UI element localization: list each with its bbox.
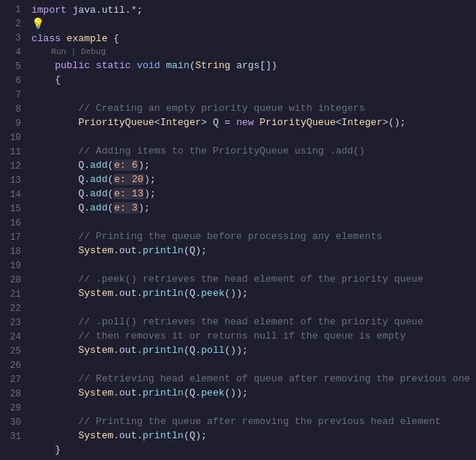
- debug-link[interactable]: Debug: [81, 47, 106, 56]
- line-num-22: 22: [0, 302, 28, 316]
- code-line-29: // Printing the queue after removing the…: [28, 414, 476, 429]
- line-num-3: 3: [0, 31, 28, 46]
- code-line-10: // Adding items to the PriorityQueue usi…: [28, 144, 476, 158]
- code-line-32: }: [28, 457, 476, 460]
- code-line-11: Q.add(e: 6);: [28, 158, 476, 172]
- line-num-9: 9: [0, 117, 28, 131]
- code-content: import java.util.*; 💡 class example { Ru…: [28, 0, 476, 460]
- line-num-19: 19: [0, 259, 28, 273]
- line-num-16: 16: [0, 217, 28, 231]
- run-link[interactable]: Run: [51, 47, 66, 56]
- code-line-7: // Creating an empty priority queue with…: [28, 101, 476, 115]
- code-line-5: {: [28, 73, 476, 87]
- line-num-28: 28: [0, 387, 28, 402]
- line-num-24: 24: [0, 330, 28, 345]
- code-line-3: class example {: [28, 31, 476, 46]
- code-line-21: [28, 300, 476, 315]
- line-num-30: 30: [0, 416, 28, 430]
- line-num-14: 14: [0, 188, 28, 202]
- code-line-19: // .peek() retrieves the head element of…: [28, 272, 476, 286]
- code-line-23: // then removes it or returns null if th…: [28, 329, 476, 343]
- line-num-25: 25: [0, 345, 28, 359]
- line-num-27: 27: [0, 373, 28, 387]
- code-line-28: [28, 400, 476, 414]
- code-line-26: // Retrieving head element of queue afte…: [28, 372, 476, 386]
- line-num-15: 15: [0, 202, 28, 217]
- lightbulb-icon[interactable]: 💡: [31, 18, 44, 30]
- line-num-1: 1: [0, 3, 28, 17]
- line-num-13: 13: [0, 174, 28, 188]
- code-line-4: public static void main(String args[]): [28, 58, 476, 73]
- code-line-6: [28, 87, 476, 101]
- code-line-8: PriorityQueue<Integer> Q = new PriorityQ…: [28, 115, 476, 130]
- code-line-13: Q.add(e: 13);: [28, 187, 476, 201]
- line-num-11: 11: [0, 145, 28, 160]
- code-line-16: // Printing the queue before processing …: [28, 229, 476, 243]
- code-line-22: // .poll() retrieves the head element of…: [28, 315, 476, 329]
- line-num-2: 2: [0, 17, 28, 31]
- code-line-30: System.out.println(Q);: [28, 429, 476, 443]
- code-line-24: System.out.println(Q.poll());: [28, 343, 476, 357]
- line-num-26: 26: [0, 359, 28, 373]
- line-num-10: 10: [0, 131, 28, 145]
- line-num-17: 17: [0, 231, 28, 245]
- line-num-4: 4: [0, 46, 28, 60]
- code-editor: 1 2 3 4 5 6 7 8 9 10 11 12 13 14 15 16 1…: [0, 0, 476, 460]
- code-line-14: Q.add(e: 3);: [28, 201, 476, 215]
- code-line-18: [28, 258, 476, 272]
- code-line-20: System.out.println(Q.peek());: [28, 286, 476, 300]
- line-num-23: 23: [0, 316, 28, 330]
- line-num-29: 29: [0, 402, 28, 416]
- code-line-25: [28, 357, 476, 372]
- line-numbers: 1 2 3 4 5 6 7 8 9 10 11 12 13 14 15 16 1…: [0, 0, 28, 460]
- run-debug-line: Run | Debug: [28, 46, 476, 58]
- code-line-12: Q.add(e: 20);: [28, 172, 476, 187]
- line-num-7: 7: [0, 88, 28, 103]
- line-num-12: 12: [0, 160, 28, 174]
- line-num-6: 6: [0, 74, 28, 88]
- code-line-2: 💡: [28, 17, 476, 31]
- code-line-17: System.out.println(Q);: [28, 243, 476, 258]
- line-num-18: 18: [0, 245, 28, 259]
- code-line-1: import java.util.*;: [28, 3, 476, 17]
- code-line-15: [28, 215, 476, 229]
- line-num-31: 31: [0, 430, 28, 444]
- line-num-8: 8: [0, 103, 28, 117]
- code-line-31: }: [28, 443, 476, 457]
- line-num-20: 20: [0, 273, 28, 288]
- code-line-9: [28, 130, 476, 144]
- line-num-5: 5: [0, 60, 28, 74]
- code-line-27: System.out.println(Q.peek());: [28, 386, 476, 400]
- line-num-21: 21: [0, 288, 28, 302]
